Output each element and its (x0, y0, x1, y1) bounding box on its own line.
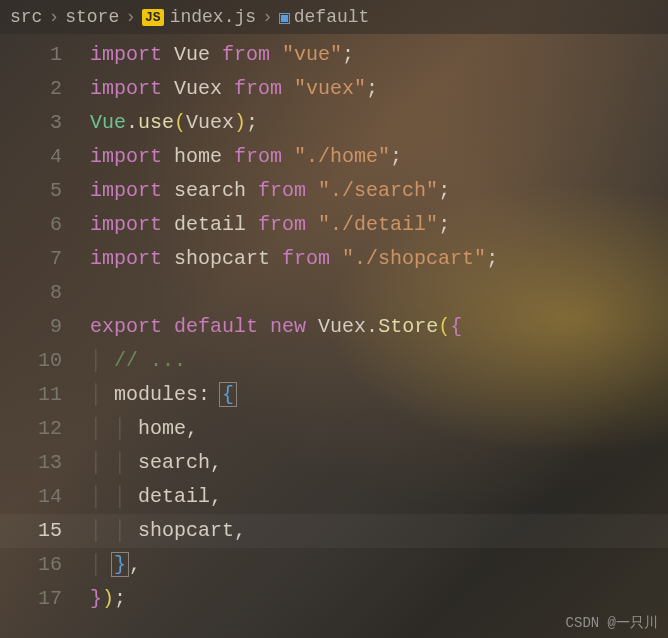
line-number: 15 (0, 514, 90, 548)
line-number: 4 (0, 140, 90, 174)
code-content[interactable]: │ │ detail, (90, 480, 668, 514)
code-line: 14│ │ detail, (0, 480, 668, 514)
code-line: 16│ }, (0, 548, 668, 582)
code-line: 8 (0, 276, 668, 310)
code-line: 13│ │ search, (0, 446, 668, 480)
line-number: 8 (0, 276, 90, 310)
code-content[interactable]: │ │ home, (90, 412, 668, 446)
chevron-right-icon: › (125, 7, 136, 27)
code-content[interactable]: │ │ shopcart, (90, 514, 668, 548)
breadcrumb-part-src[interactable]: src (10, 7, 42, 27)
code-line: 6import detail from "./detail"; (0, 208, 668, 242)
code-line: 17}); (0, 582, 668, 616)
code-line: 11│ modules: { (0, 378, 668, 412)
code-content[interactable]: import shopcart from "./shopcart"; (90, 242, 668, 276)
code-line: 5import search from "./search"; (0, 174, 668, 208)
line-number: 14 (0, 480, 90, 514)
line-number: 1 (0, 38, 90, 72)
line-number: 3 (0, 106, 90, 140)
code-line: 4import home from "./home"; (0, 140, 668, 174)
code-line: 2import Vuex from "vuex"; (0, 72, 668, 106)
chevron-right-icon: › (262, 7, 273, 27)
code-content[interactable]: │ // ... (90, 344, 668, 378)
breadcrumb-part-store[interactable]: store (65, 7, 119, 27)
code-content[interactable]: Vue.use(Vuex); (90, 106, 668, 140)
code-line: 9export default new Vuex.Store({ (0, 310, 668, 344)
code-line: 7import shopcart from "./shopcart"; (0, 242, 668, 276)
line-number: 12 (0, 412, 90, 446)
code-line: 15│ │ shopcart, (0, 514, 668, 548)
line-number: 2 (0, 72, 90, 106)
line-number: 10 (0, 344, 90, 378)
breadcrumb-symbol[interactable]: default (294, 7, 370, 27)
line-number: 5 (0, 174, 90, 208)
chevron-right-icon: › (48, 7, 59, 27)
code-line: 10│ // ... (0, 344, 668, 378)
code-content[interactable]: export default new Vuex.Store({ (90, 310, 668, 344)
code-content[interactable]: │ modules: { (90, 378, 668, 412)
line-number: 13 (0, 446, 90, 480)
code-content[interactable]: import search from "./search"; (90, 174, 668, 208)
code-content[interactable]: │ }, (90, 548, 668, 582)
code-line: 3Vue.use(Vuex); (0, 106, 668, 140)
code-content[interactable]: │ │ search, (90, 446, 668, 480)
line-number: 11 (0, 378, 90, 412)
line-number: 17 (0, 582, 90, 616)
symbol-icon: ▣ (279, 6, 290, 28)
code-editor[interactable]: 1import Vue from "vue"; 2import Vuex fro… (0, 34, 668, 616)
code-content[interactable]: }); (90, 582, 668, 616)
code-content[interactable]: import detail from "./detail"; (90, 208, 668, 242)
watermark: CSDN @一只川 (566, 614, 658, 632)
breadcrumb[interactable]: src › store › JS index.js › ▣ default (0, 0, 668, 34)
code-content[interactable]: import Vuex from "vuex"; (90, 72, 668, 106)
code-line: 1import Vue from "vue"; (0, 38, 668, 72)
line-number: 9 (0, 310, 90, 344)
line-number: 16 (0, 548, 90, 582)
code-line: 12│ │ home, (0, 412, 668, 446)
code-content[interactable]: import home from "./home"; (90, 140, 668, 174)
line-number: 6 (0, 208, 90, 242)
js-file-icon: JS (142, 9, 164, 26)
breadcrumb-file[interactable]: index.js (170, 7, 256, 27)
line-number: 7 (0, 242, 90, 276)
code-content[interactable]: import Vue from "vue"; (90, 38, 668, 72)
